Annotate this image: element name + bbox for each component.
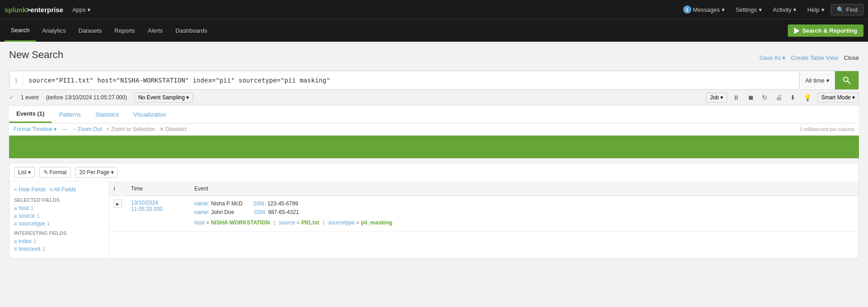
page-title: New Search xyxy=(9,49,63,61)
close-button[interactable]: Close xyxy=(844,54,859,61)
smart-mode-chevron-icon: ▾ xyxy=(852,94,855,101)
timeline-chart[interactable] xyxy=(9,136,859,158)
find-button[interactable]: 🔍 Find xyxy=(831,4,863,15)
settings-chevron-icon: ▾ xyxy=(759,6,762,13)
search-submit-button[interactable] xyxy=(835,71,858,89)
all-fields-button[interactable]: ≡ All Fields xyxy=(49,186,76,193)
logo: splunk>enterprise xyxy=(5,6,63,14)
main-content: New Search Save As ▾ Create Table View C… xyxy=(0,42,868,266)
refresh-button[interactable]: ↻ xyxy=(760,93,770,102)
event-table: i Time Event ▶ 13/10/202411:05:20.000 xyxy=(109,182,858,258)
activity-button[interactable]: Activity ▾ xyxy=(768,0,801,19)
col-time: Time xyxy=(126,182,190,196)
nav-dashboards[interactable]: Dashboards xyxy=(169,19,213,42)
event-content: name: Nisha P McD SSN: 123-45-6789 name:… xyxy=(194,200,854,228)
interesting-fields-title: INTERESTING FIELDS xyxy=(14,230,104,236)
help-label: Help xyxy=(807,6,820,13)
smart-mode-button[interactable]: Smart Mode ▾ xyxy=(817,93,859,102)
create-table-button[interactable]: Create Table View xyxy=(791,54,839,61)
event-expand-button[interactable]: ▶ xyxy=(114,200,122,208)
line-number: 1 xyxy=(10,73,23,88)
check-icon: ✓ xyxy=(9,94,14,101)
col-event: Event xyxy=(190,182,858,196)
search-area: 1 All time ▾ xyxy=(9,71,859,90)
format-timeline-chevron: ▾ xyxy=(54,126,57,132)
list-button[interactable]: List ▾ xyxy=(14,167,35,178)
timeline-bar: Format Timeline ▾ — − Zoom Out + Zoom to… xyxy=(9,123,859,136)
download-button[interactable]: ⬇ xyxy=(788,93,798,102)
col-i: i xyxy=(109,182,126,196)
settings-button[interactable]: Settings ▾ xyxy=(731,0,767,19)
page-title-actions: Save As ▾ Create Table View Close xyxy=(759,54,859,61)
help-button[interactable]: Help ▾ xyxy=(803,0,829,19)
activity-label: Activity xyxy=(773,6,791,13)
field-host[interactable]: a host 1 xyxy=(14,205,104,211)
event-count: 1 event xyxy=(21,94,39,101)
messages-badge: 1 xyxy=(683,5,691,14)
save-as-button[interactable]: Save As ▾ xyxy=(759,54,786,61)
event-expand-cell[interactable]: ▶ xyxy=(109,196,126,232)
search-input[interactable] xyxy=(23,72,799,88)
event-meta: host = NISHA-WORKSTATION | source = PII1… xyxy=(194,219,854,227)
deselect-button[interactable]: ✕ Deselect xyxy=(159,126,187,132)
events-body: < Hide Fields ≡ All Fields SELECTED FIEL… xyxy=(10,182,858,258)
tab-statistics[interactable]: Statistics xyxy=(88,106,126,123)
app-header-right: Search & Reporting xyxy=(788,24,863,37)
events-list: i Time Event ▶ 13/10/202411:05:20.000 xyxy=(109,182,858,232)
play-icon xyxy=(794,28,800,34)
job-chevron-icon: ▾ xyxy=(720,94,723,101)
table-row: ▶ 13/10/202411:05:20.000 name: Nisha P M… xyxy=(109,196,858,232)
tab-visualization[interactable]: Visualization xyxy=(126,106,174,123)
app-title-label: Search & Reporting xyxy=(802,27,857,34)
per-page-button[interactable]: 20 Per Page ▾ xyxy=(75,167,118,178)
nav-datasets[interactable]: Datasets xyxy=(72,19,108,42)
field-sourcetype[interactable]: a sourcetype 1 xyxy=(14,220,104,227)
print-button[interactable]: 🖨 xyxy=(773,93,784,102)
pause-button[interactable]: ⏸ xyxy=(731,93,742,102)
event-line-2: name: John Doe SSN: 987-65-4321 xyxy=(194,208,854,217)
activity-chevron-icon: ▾ xyxy=(793,6,796,13)
hide-fields-button[interactable]: < Hide Fields xyxy=(14,186,46,193)
time-picker-label: All time xyxy=(805,77,825,84)
nav-reports[interactable]: Reports xyxy=(108,19,142,42)
selected-fields-title: SELECTED FIELDS xyxy=(14,197,104,203)
apps-chevron-icon: ▾ xyxy=(87,6,91,13)
format-timeline-button[interactable]: Format Timeline ▾ xyxy=(14,126,57,132)
help-chevron-icon: ▾ xyxy=(821,6,825,13)
search-reporting-button[interactable]: Search & Reporting xyxy=(788,24,863,37)
apps-button[interactable]: Apps ▾ xyxy=(68,0,96,19)
event-time: 13/10/202411:05:20.000 xyxy=(131,200,163,212)
event-detail: (before 13/10/2024 11:05:27.000) xyxy=(46,94,127,101)
nav-analytics[interactable]: Analytics xyxy=(36,19,72,42)
events-toolbar: List ▾ ✎ Format 20 Per Page ▾ xyxy=(10,163,858,182)
no-sampling-button[interactable]: No Event Sampling ▾ xyxy=(134,93,193,102)
nav-search[interactable]: Search xyxy=(5,19,36,42)
time-picker-chevron-icon: ▾ xyxy=(826,77,829,84)
event-line-1: name: Nisha P McD SSN: 123-45-6789 xyxy=(194,200,854,208)
per-page-chevron-icon: ▾ xyxy=(111,169,114,175)
fields-sidebar: < Hide Fields ≡ All Fields SELECTED FIEL… xyxy=(10,182,109,258)
zoom-selection-button[interactable]: + Zoom to Selection xyxy=(106,126,155,132)
messages-label: Messages xyxy=(693,6,720,13)
nav-alerts[interactable]: Alerts xyxy=(141,19,169,42)
job-button[interactable]: Job ▾ xyxy=(706,93,727,102)
save-as-chevron-icon: ▾ xyxy=(782,54,786,61)
status-bar: ✓ 1 event (before 13/10/2024 11:05:27.00… xyxy=(9,90,859,106)
field-index[interactable]: a index 1 xyxy=(14,238,104,244)
messages-button[interactable]: 1 Messages ▾ xyxy=(679,0,729,19)
field-linecount[interactable]: # linecount 1 xyxy=(14,246,104,252)
tabs-bar: Events (1) Patterns Statistics Visualiza… xyxy=(9,106,859,123)
field-source[interactable]: a source 1 xyxy=(14,213,104,219)
svg-point-0 xyxy=(844,77,848,82)
timeline-scale-label: 1 millisecond per column xyxy=(800,127,854,132)
stop-button[interactable]: ⏹ xyxy=(745,93,756,102)
messages-chevron-icon: ▾ xyxy=(722,6,725,13)
tab-patterns[interactable]: Patterns xyxy=(52,106,88,123)
time-picker-button[interactable]: All time ▾ xyxy=(799,73,835,88)
format-button[interactable]: ✎ Format xyxy=(39,167,71,178)
settings-label: Settings xyxy=(736,6,757,13)
zoom-out-button[interactable]: − Zoom Out xyxy=(73,126,102,132)
tab-events[interactable]: Events (1) xyxy=(9,106,52,123)
event-content-cell: name: Nisha P McD SSN: 123-45-6789 name:… xyxy=(190,196,858,232)
apps-label: Apps xyxy=(72,6,86,13)
